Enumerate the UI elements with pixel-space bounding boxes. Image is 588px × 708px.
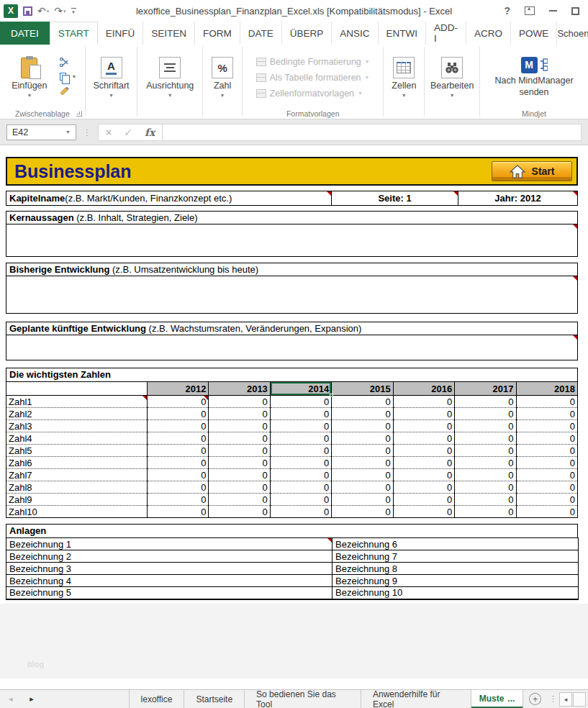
chapter-name-cell[interactable]: Kapitelname (z.B. Markt/Kunden, Finanzko… (6, 191, 332, 206)
row-label-cell[interactable]: Zahl9 (6, 494, 148, 506)
undo-button[interactable]: ↶▾ (37, 6, 49, 16)
value-cell[interactable]: 0 (332, 445, 393, 457)
value-cell[interactable]: 0 (270, 506, 331, 518)
value-cell[interactable]: 0 (209, 396, 270, 408)
ribbon-tab-acro[interactable]: ACRO (466, 22, 511, 45)
value-cell[interactable]: 0 (148, 396, 209, 408)
value-cell[interactable]: 0 (455, 494, 516, 506)
value-cell[interactable]: 0 (516, 469, 577, 481)
redo-button[interactable]: ↷▾ (54, 6, 65, 16)
cells-button[interactable]: Zellen ▼ (388, 55, 420, 99)
ribbon-tab-entwi[interactable]: ENTWI (379, 22, 427, 45)
value-cell[interactable]: 0 (209, 420, 270, 432)
row-label-cell[interactable]: Zahl2 (6, 408, 148, 420)
value-cell[interactable]: 0 (516, 494, 577, 506)
value-cell[interactable]: 0 (332, 420, 393, 432)
value-cell[interactable]: 0 (270, 420, 331, 432)
fill-handle[interactable] (330, 394, 333, 397)
styles-item-0[interactable]: Bedingte Formatierung▼ (256, 57, 370, 67)
attachment-cell[interactable]: Bezeichnung 8 (333, 563, 579, 575)
value-cell[interactable]: 0 (209, 457, 270, 469)
value-cell[interactable]: 0 (270, 408, 331, 420)
ribbon-tab-date[interactable]: DATE (240, 22, 282, 45)
section-header[interactable]: Bisherige Entwicklung (z.B. Umsatzentwic… (6, 263, 578, 276)
ribbon-tab-seiten[interactable]: SEITEN (143, 22, 195, 45)
value-cell[interactable]: 0 (209, 481, 270, 494)
value-cell[interactable]: 0 (148, 469, 209, 481)
value-cell[interactable]: 0 (209, 469, 270, 481)
value-cell[interactable]: 0 (332, 396, 393, 408)
scroll-left-button[interactable]: ◂ (559, 692, 572, 707)
value-cell[interactable]: 0 (393, 420, 454, 432)
value-cell[interactable]: 0 (455, 408, 516, 420)
sheet-tab-0[interactable]: lexoffice (129, 690, 185, 708)
value-cell[interactable]: 0 (455, 432, 516, 445)
year-header-cell[interactable]: 2017 (455, 382, 516, 396)
value-cell[interactable]: 0 (393, 408, 454, 420)
ribbon-tab-powe[interactable]: POWE (511, 22, 557, 45)
new-sheet-button[interactable]: + (529, 693, 541, 705)
value-cell[interactable]: 0 (209, 432, 270, 445)
value-cell[interactable]: 0 (455, 481, 516, 494)
start-button[interactable]: Start (492, 161, 572, 181)
ribbon-tab-start[interactable]: START (50, 22, 98, 45)
cut-button[interactable] (60, 57, 77, 68)
styles-item-1[interactable]: Als Tabelle formatieren▼ (256, 73, 370, 83)
value-cell[interactable]: 0 (148, 420, 209, 432)
numbers-corner-cell[interactable] (6, 382, 148, 396)
value-cell[interactable]: 0 (455, 420, 516, 432)
value-cell[interactable]: 0 (516, 457, 577, 469)
year-header-cell[interactable]: 2016 (393, 382, 454, 396)
value-cell[interactable]: 0 (270, 494, 331, 506)
maximize-button[interactable] (571, 7, 579, 15)
value-cell[interactable]: 0 (516, 481, 577, 494)
attachment-cell[interactable]: Bezeichnung 6 (333, 538, 579, 550)
sheet-tab-active[interactable]: Muste... (471, 690, 524, 708)
help-button[interactable]: ? (504, 5, 510, 17)
attachment-cell[interactable]: Bezeichnung 2 (6, 550, 333, 563)
value-cell[interactable]: 0 (393, 457, 454, 469)
send-to-mindmanager-button[interactable]: M Nach MindManager senden (481, 55, 587, 99)
attachment-cell[interactable]: Bezeichnung 10 (333, 587, 579, 599)
attachment-cell[interactable]: Bezeichnung 3 (6, 563, 333, 575)
row-label-cell[interactable]: Zahl4 (6, 432, 148, 445)
value-cell[interactable]: 0 (332, 481, 393, 494)
cancel-button[interactable]: × (106, 127, 112, 137)
ribbon-tab-überp[interactable]: ÜBERP (282, 22, 333, 45)
minimize-button[interactable] (549, 10, 557, 12)
value-cell[interactable]: 0 (270, 457, 331, 469)
sheet-tab-3[interactable]: Anwenderhilfe für Excel (361, 690, 471, 708)
value-cell[interactable]: 0 (270, 396, 331, 408)
section-input-cell[interactable] (6, 335, 578, 360)
dialog-launcher-icon[interactable] (76, 111, 82, 117)
value-cell[interactable]: 0 (270, 432, 331, 445)
customize-quick-access-button[interactable]: ▾ (71, 8, 76, 14)
attachment-cell[interactable]: Bezeichnung 4 (6, 575, 333, 587)
year-header-cell[interactable]: 2012 (148, 382, 209, 396)
value-cell[interactable]: 0 (209, 506, 270, 518)
value-cell[interactable]: 0 (148, 494, 209, 506)
sheet-nav-right-icon[interactable]: ▸ (21, 690, 42, 708)
section-input-cell[interactable] (6, 276, 578, 314)
value-cell[interactable]: 0 (270, 445, 331, 457)
year-header-cell[interactable]: 2013 (209, 382, 270, 396)
attachment-cell[interactable]: Bezeichnung 9 (333, 575, 579, 587)
row-label-cell[interactable]: Zahl7 (6, 469, 148, 481)
enter-button[interactable]: ✓ (124, 127, 132, 137)
account-user-button[interactable]: Schoenstei...▾ (557, 22, 588, 45)
ribbon-tab-einfü[interactable]: EINFÜ (98, 22, 144, 45)
paste-button[interactable]: Einfügen ▼ (8, 56, 50, 99)
value-cell[interactable]: 0 (516, 420, 577, 432)
number-format-button[interactable]: % Zahl ▼ (208, 55, 237, 99)
value-cell[interactable]: 0 (516, 506, 577, 518)
row-label-cell[interactable]: Zahl3 (6, 420, 148, 432)
value-cell[interactable]: 0 (209, 408, 270, 420)
sheet-tab-1[interactable]: Startseite (184, 690, 245, 708)
value-cell[interactable]: 0 (393, 469, 454, 481)
value-cell[interactable]: 0 (270, 481, 331, 494)
value-cell[interactable]: 0 (393, 481, 454, 494)
value-cell[interactable]: 0 (332, 506, 393, 518)
value-cell[interactable]: 0 (393, 396, 454, 408)
row-label-cell[interactable]: Zahl8 (6, 481, 148, 494)
name-box[interactable]: E42 ▼ (6, 124, 76, 140)
